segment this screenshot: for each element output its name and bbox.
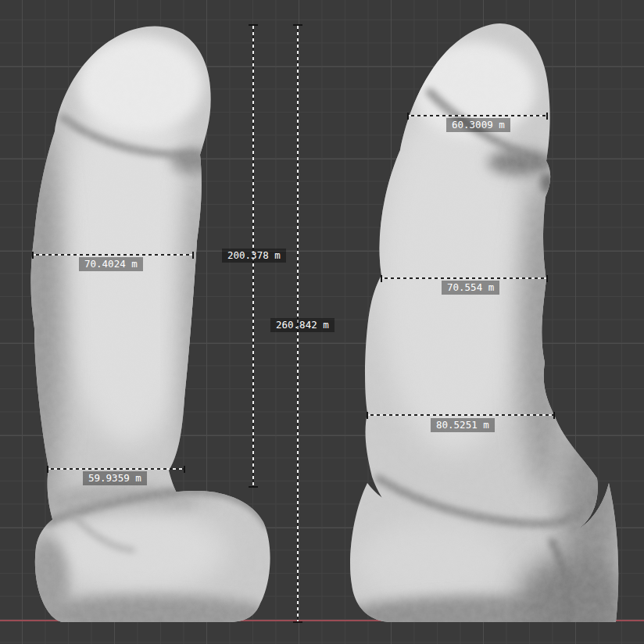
ruler-left-upper-width[interactable]: 70.4024 m xyxy=(33,254,193,256)
ruler-endpoint-handle[interactable] xyxy=(32,252,34,259)
ruler-endpoint-handle[interactable] xyxy=(553,412,555,419)
measurement-value: 59.9359 m xyxy=(83,471,147,485)
ruler-outer-height[interactable]: 260.842 m xyxy=(297,26,299,621)
measurement-value: 70.4024 m xyxy=(79,257,143,271)
ruler-endpoint-handle[interactable] xyxy=(367,412,368,419)
ruler-endpoint-handle[interactable] xyxy=(192,252,194,259)
ruler-endpoint-handle[interactable] xyxy=(381,275,382,282)
measurement-value: 260.842 m xyxy=(270,318,335,332)
ruler-right-lower-width[interactable]: 80.5251 m xyxy=(367,414,554,416)
ruler-line[interactable] xyxy=(408,115,547,116)
ruler-endpoint-handle[interactable] xyxy=(47,466,48,473)
ruler-endpoint-handle[interactable] xyxy=(407,113,409,120)
ruler-left-lower-width[interactable]: 59.9359 m xyxy=(48,468,184,470)
ruler-endpoint-handle[interactable] xyxy=(546,275,548,282)
measurement-value: 70.554 m xyxy=(442,281,499,295)
ruler-inner-height[interactable]: 200.378 m xyxy=(252,26,254,486)
ruler-endpoint-handle[interactable] xyxy=(249,486,258,488)
measurement-value: 200.378 m xyxy=(222,249,286,263)
ruler-endpoint-handle[interactable] xyxy=(249,24,258,26)
ruler-endpoint-handle[interactable] xyxy=(293,24,302,26)
model-left-view[interactable] xyxy=(16,16,289,635)
ruler-endpoint-handle[interactable] xyxy=(293,621,302,623)
model-right-view[interactable] xyxy=(340,9,629,641)
ruler-line[interactable] xyxy=(48,468,184,470)
ruler-line[interactable] xyxy=(33,254,193,256)
ruler-line[interactable] xyxy=(381,277,547,279)
measurement-value: 60.3009 m xyxy=(446,118,510,132)
ruler-right-mid-width[interactable]: 70.554 m xyxy=(381,277,547,279)
ruler-right-top-width[interactable]: 60.3009 m xyxy=(408,115,547,116)
measurement-value: 80.5251 m xyxy=(431,418,495,432)
viewport[interactable]: 70.4024 m 59.9359 m 60.3009 m 70.554 m 8… xyxy=(0,0,644,644)
ruler-endpoint-handle[interactable] xyxy=(546,113,548,120)
ruler-line[interactable] xyxy=(367,414,554,416)
ruler-endpoint-handle[interactable] xyxy=(184,466,185,473)
